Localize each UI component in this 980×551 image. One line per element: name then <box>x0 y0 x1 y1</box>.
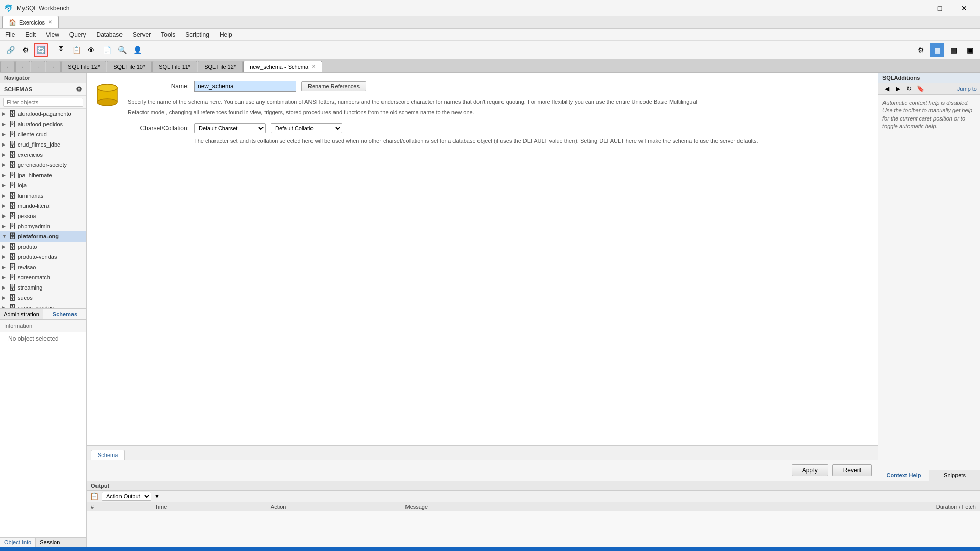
maximize-button[interactable]: □ <box>928 0 951 16</box>
collation-select[interactable]: Default Collatio <box>271 123 342 133</box>
sql-nav-forward[interactable]: ▶ <box>893 84 903 93</box>
expand-arrow: ▶ <box>2 111 7 116</box>
obj-tab-session[interactable]: Session <box>36 538 64 547</box>
schema-item[interactable]: ▶ 🗄 gerenciador-society <box>0 160 86 170</box>
sql-tab-file12-2[interactable]: SQL File 12* <box>198 61 243 72</box>
schema-item[interactable]: ▶ 🗄 produto <box>0 242 86 252</box>
sql-tab-dot3[interactable]: · <box>31 61 45 72</box>
schema-item-streaming[interactable]: ▶ 🗄 streaming <box>0 282 86 293</box>
filter-input[interactable] <box>3 98 83 107</box>
expand-arrow: ▶ <box>2 213 7 219</box>
schema-item[interactable]: ▶ 🗄 sucos_vendas <box>0 303 86 308</box>
sql-tab-file11[interactable]: SQL File 11* <box>152 61 197 72</box>
reconnect-btn[interactable]: 🔄 <box>34 43 48 57</box>
schema-item[interactable]: ▶ 🗄 luminarias <box>0 190 86 201</box>
expand-arrow: ▶ <box>2 203 7 208</box>
new-view-btn[interactable]: 👁 <box>84 43 99 57</box>
schema-item-plataforma[interactable]: ▼ 🗄 plataforma-ong <box>0 231 86 242</box>
new-schema-btn[interactable]: 🗄 <box>54 43 68 57</box>
revert-button[interactable]: Revert <box>832 464 872 476</box>
schema-item[interactable]: ▶ 🗄 crud_filmes_jdbc <box>0 139 86 150</box>
filter-box <box>0 96 86 109</box>
view-toggle-3[interactable]: ▣ <box>963 43 977 57</box>
app-title: MySQL Workbench <box>17 5 899 12</box>
expand-arrow: ▶ <box>2 152 7 157</box>
context-help-tab[interactable]: Context Help <box>878 470 929 481</box>
sql-additions-panel: SQLAdditions ◀ ▶ ↻ 🔖 Jump to Automatic c… <box>878 73 980 481</box>
menu-query[interactable]: Query <box>64 29 91 40</box>
minimize-button[interactable]: – <box>903 0 927 16</box>
schema-item[interactable]: ▶ 🗄 revisao <box>0 262 86 272</box>
schema-name-input[interactable] <box>194 81 296 92</box>
menu-tools[interactable]: Tools <box>156 29 180 40</box>
menu-help[interactable]: Help <box>214 29 237 40</box>
sql-tab-dot4[interactable]: · <box>46 61 61 72</box>
schema-item[interactable]: ▶ 🗄 produto-vendas <box>0 252 86 262</box>
schema-item[interactable]: ▶ 🗄 exercicios <box>0 150 86 160</box>
schema-item[interactable]: ▶ 🗄 pessoa <box>0 211 86 221</box>
output-dropdown-arrow[interactable]: ▼ <box>154 493 160 499</box>
sql-tab-dot1[interactable]: · <box>0 61 15 72</box>
obj-tab-info[interactable]: Object Info <box>0 538 36 547</box>
schema-item[interactable]: ▶ 🗄 screenmatch <box>0 272 86 282</box>
menu-database[interactable]: Database <box>91 29 128 40</box>
new-routine-btn[interactable]: 📄 <box>100 43 114 57</box>
settings-btn[interactable]: ⚙ <box>914 43 928 57</box>
sql-tab-dot2[interactable]: · <box>15 61 30 72</box>
schema-item[interactable]: ▶ 🗄 jpa_hibernate <box>0 170 86 180</box>
new-table-btn[interactable]: 📋 <box>69 43 83 57</box>
sql-nav-back[interactable]: ◀ <box>881 84 892 93</box>
schemas-settings-icon[interactable]: ⚙ <box>76 85 82 93</box>
snippets-tab[interactable]: Snippets <box>929 470 980 481</box>
nav-tab-schemas[interactable]: Schemas <box>43 309 86 319</box>
menu-server[interactable]: Server <box>128 29 156 40</box>
view-toggle-2[interactable]: ▦ <box>946 43 961 57</box>
output-icon: 📋 <box>90 492 99 500</box>
close-button[interactable]: ✕ <box>952 0 976 16</box>
schema-db-icon: 🗄 <box>9 304 16 308</box>
schema-item[interactable]: ▶ 🗄 loja <box>0 180 86 190</box>
center-panel: Name: Rename References Specify the name… <box>87 73 980 547</box>
charset-select[interactable]: Default Charset <box>194 123 266 133</box>
toolbar: 🔗 ⚙ 🔄 🗄 📋 👁 📄 🔍 👤 ⚙ ▤ ▦ ▣ <box>0 41 980 59</box>
schema-editor-area: Name: Rename References Specify the name… <box>87 73 878 481</box>
schema-tab-close[interactable]: ✕ <box>312 64 316 69</box>
name-help-text: Specify the name of the schema here. You… <box>128 99 697 105</box>
new-user-btn[interactable]: 👤 <box>130 43 145 57</box>
svg-point-2 <box>97 99 117 106</box>
sql-tab-file12-1[interactable]: SQL File 12* <box>61 61 106 72</box>
menu-scripting[interactable]: Scripting <box>180 29 214 40</box>
menu-edit[interactable]: Edit <box>20 29 41 40</box>
menubar: File Edit View Query Database Server Too… <box>0 29 980 41</box>
nav-tab-administration[interactable]: Administration <box>0 309 43 319</box>
output-type-select[interactable]: Action Output <box>102 492 151 501</box>
sql-nav-refresh[interactable]: ↻ <box>904 84 914 93</box>
sql-tab-file10[interactable]: SQL File 10* <box>107 61 152 72</box>
search-btn[interactable]: 🔍 <box>115 43 129 57</box>
jump-to-label[interactable]: Jump to <box>957 86 977 92</box>
expand-arrow: ▶ <box>2 142 7 147</box>
output-table: # Time Action Message Duration / Fetch <box>87 502 980 511</box>
manage-connections-btn[interactable]: ⚙ <box>18 43 33 57</box>
view-toggle-1[interactable]: ▤ <box>930 43 944 57</box>
titlebar: 🐬 MySQL Workbench – □ ✕ <box>0 0 980 16</box>
schema-db-icon: 🗄 <box>9 212 16 220</box>
menu-view[interactable]: View <box>41 29 64 40</box>
schema-item[interactable]: ▶ 🗄 mundo-literal <box>0 201 86 211</box>
schema-tab[interactable]: Schema <box>91 450 125 460</box>
sql-tab-schema[interactable]: new_schema - Schema ✕ <box>243 61 322 72</box>
sql-nav-bookmark[interactable]: 🔖 <box>915 84 925 93</box>
menu-file[interactable]: File <box>0 29 20 40</box>
schema-db-icon: 🗄 <box>9 191 16 200</box>
workbench-tab-label: Exercicios <box>19 19 45 26</box>
schema-item[interactable]: ▶ 🗄 sucos <box>0 293 86 303</box>
schema-item[interactable]: ▶ 🗄 alurafood-pagamento <box>0 109 86 119</box>
rename-references-button[interactable]: Rename References <box>301 81 366 91</box>
schema-item[interactable]: ▶ 🗄 phpmyadmin <box>0 221 86 231</box>
workbench-tab-close[interactable]: ✕ <box>48 19 52 25</box>
new-connection-btn[interactable]: 🔗 <box>3 43 17 57</box>
schema-item[interactable]: ▶ 🗄 cliente-crud <box>0 129 86 139</box>
schema-item[interactable]: ▶ 🗄 alurafood-pedidos <box>0 119 86 129</box>
apply-button[interactable]: Apply <box>792 464 828 476</box>
workbench-tab[interactable]: 🏠 Exercicios ✕ <box>2 16 59 28</box>
